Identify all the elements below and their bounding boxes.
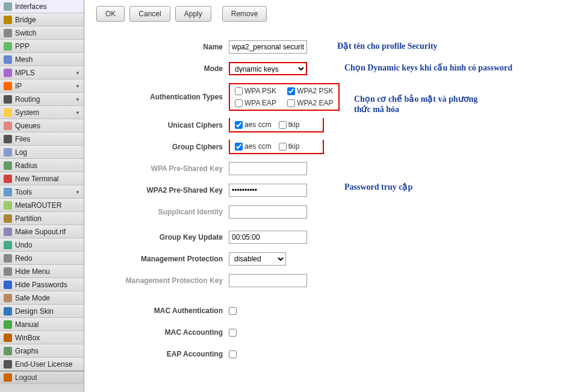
unicast-aes-checkbox[interactable]: aes ccm	[235, 120, 272, 129]
sidebar-item-label: Design Skin	[15, 307, 80, 316]
sidebar-item-partition[interactable]: Partition	[0, 212, 84, 225]
sidebar-item-graphs[interactable]: Graphs	[0, 344, 84, 358]
name-label: Name	[96, 43, 229, 51]
name-input[interactable]	[229, 40, 307, 54]
sidebar-item-radius[interactable]: Radius	[0, 159, 84, 172]
wpa2-psk-label: WPA2 Pre-Shared Key	[96, 186, 229, 194]
sidebar-item-system[interactable]: System▼	[0, 106, 84, 119]
menu-icon	[4, 241, 12, 249]
sidebar-item-hide-passwords[interactable]: Hide Passwords	[0, 278, 84, 291]
menu-icon	[4, 228, 12, 236]
sidebar-item-label: New Terminal	[15, 175, 80, 183]
menu-icon	[4, 334, 12, 342]
menu-icon	[4, 82, 12, 90]
sidebar-item-label: End-User License	[15, 360, 80, 369]
sidebar-item-logout[interactable]: Logout	[0, 371, 84, 384]
sidebar-item-bridge[interactable]: Bridge	[0, 13, 84, 26]
menu-icon	[4, 307, 12, 316]
supplicant-label: Supplicant Identity	[96, 208, 229, 216]
ok-button[interactable]: OK	[96, 6, 125, 22]
sidebar-item-mesh[interactable]: Mesh	[0, 53, 84, 66]
menu-icon	[4, 267, 12, 276]
menu-icon	[4, 254, 12, 263]
sidebar-item-label: IP	[15, 82, 72, 90]
sidebar-item-safe-mode[interactable]: Safe Mode	[0, 291, 84, 305]
unicast-tkip-checkbox[interactable]: tkip	[279, 120, 300, 129]
cancel-button[interactable]: Cancel	[129, 6, 170, 22]
sidebar-item-queues[interactable]: Queues	[0, 119, 84, 132]
wpa2-psk-input[interactable]	[229, 184, 307, 197]
sidebar-item-ip[interactable]: IP▼	[0, 79, 84, 93]
menu-icon	[4, 360, 12, 369]
sidebar-item-label: System	[15, 108, 72, 117]
sidebar-item-design-skin[interactable]: Design Skin	[0, 305, 84, 318]
gku-input[interactable]	[229, 231, 307, 244]
sidebar-item-files[interactable]: Files	[0, 132, 84, 146]
menu-icon	[4, 294, 12, 302]
wpa2-psk-checkbox[interactable]: WPA2 PSK	[287, 87, 333, 95]
menu-icon	[4, 29, 12, 37]
wpa2-eap-checkbox[interactable]: WPA2 EAP	[287, 99, 333, 107]
chevron-down-icon: ▼	[75, 97, 80, 102]
sidebar-item-tools[interactable]: Tools▼	[0, 185, 84, 199]
wpa-psk-input[interactable]	[229, 162, 307, 175]
sidebar-item-end-user-license[interactable]: End-User License	[0, 358, 84, 371]
sidebar-item-redo[interactable]: Redo	[0, 252, 84, 265]
sidebar-item-mpls[interactable]: MPLS▼	[0, 66, 84, 79]
menu-icon	[4, 148, 12, 157]
sidebar-item-switch[interactable]: Switch	[0, 26, 84, 40]
apply-button[interactable]: Apply	[175, 6, 211, 22]
chevron-down-icon: ▼	[75, 70, 80, 76]
sidebar-item-undo[interactable]: Undo	[0, 238, 84, 252]
mprotkey-label: Management Protection Key	[96, 276, 229, 285]
wpa-eap-checkbox[interactable]: WPA EAP	[235, 99, 276, 107]
mode-label: Mode	[96, 64, 229, 73]
mode-select[interactable]: nonedynamic keysstatic keys optionalstat…	[229, 62, 307, 75]
wpa-psk-checkbox[interactable]: WPA PSK	[235, 87, 276, 95]
menu-icon	[4, 16, 12, 24]
mac-acct-label: MAC Accounting	[96, 328, 229, 337]
sidebar-item-log[interactable]: Log	[0, 146, 84, 159]
sidebar-item-routing[interactable]: Routing▼	[0, 93, 84, 106]
sidebar-item-label: Make Supout.rif	[15, 228, 80, 236]
mac-auth-label: MAC Authentication	[96, 306, 229, 315]
sidebar-item-label: WinBox	[15, 334, 80, 342]
sidebar-item-ppp[interactable]: PPP	[0, 40, 84, 53]
sidebar-item-label: Safe Mode	[15, 294, 80, 302]
menu-icon	[4, 201, 12, 210]
sidebar-item-label: Routing	[15, 95, 72, 104]
chevron-down-icon: ▼	[75, 84, 80, 89]
sidebar-item-make-supout-rif[interactable]: Make Supout.rif	[0, 225, 84, 238]
sidebar-item-new-terminal[interactable]: New Terminal	[0, 172, 84, 185]
sidebar-item-label: MetaROUTER	[15, 201, 80, 210]
group-tkip-checkbox[interactable]: tkip	[279, 142, 300, 151]
sidebar-item-label: Radius	[15, 161, 80, 170]
sidebar-item-winbox[interactable]: WinBox	[0, 331, 84, 344]
sidebar-item-interfaces[interactable]: Interfaces	[0, 0, 84, 13]
main-content: OK Cancel Apply Remove Name Mode nonedyn…	[84, 0, 572, 392]
sidebar: InterfacesBridgeSwitchPPPMeshMPLS▼IP▼Rou…	[0, 0, 84, 392]
menu-icon	[4, 2, 12, 11]
sidebar-item-manual[interactable]: Manual	[0, 318, 84, 331]
remove-button[interactable]: Remove	[222, 6, 267, 22]
sidebar-item-label: Hide Menu	[15, 267, 80, 276]
mprotkey-input[interactable]	[229, 274, 307, 287]
menu-icon	[4, 188, 12, 196]
sidebar-item-label: Mesh	[15, 55, 80, 64]
menu-icon	[4, 281, 12, 289]
sidebar-item-label: Manual	[15, 320, 80, 329]
mac-auth-checkbox[interactable]	[229, 307, 237, 315]
sidebar-item-hide-menu[interactable]: Hide Menu	[0, 265, 84, 278]
mprot-select[interactable]: disabledallowedrequired	[229, 252, 286, 266]
eap-acct-checkbox[interactable]	[229, 350, 237, 358]
sidebar-item-label: Queues	[15, 122, 80, 130]
mprot-label: Management Protection	[96, 255, 229, 263]
group-aes-checkbox[interactable]: aes ccm	[235, 142, 272, 151]
mac-acct-checkbox[interactable]	[229, 329, 237, 337]
sidebar-item-label: Redo	[15, 254, 80, 263]
eap-acct-label: EAP Accounting	[96, 350, 229, 358]
sidebar-item-label: MPLS	[15, 69, 72, 77]
annotation-pw: Password truy cập	[344, 182, 412, 192]
sidebar-item-metarouter[interactable]: MetaROUTER	[0, 199, 84, 212]
supplicant-input[interactable]	[229, 205, 307, 219]
